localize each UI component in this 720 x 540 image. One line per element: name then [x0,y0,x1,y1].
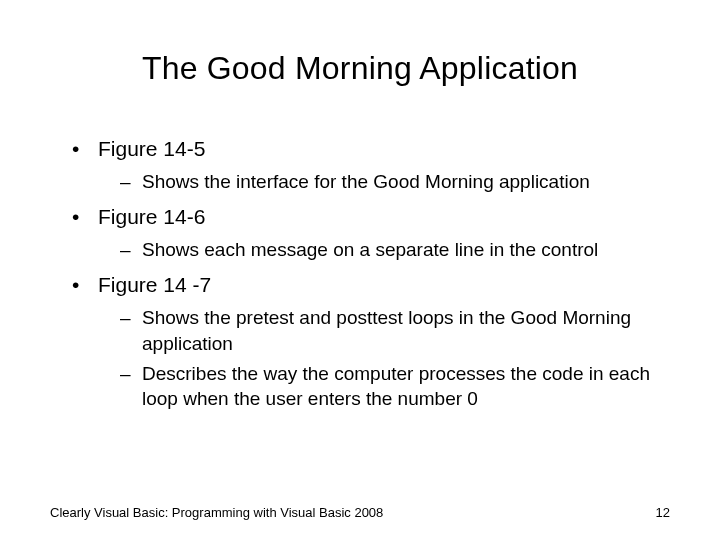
bullet-text: Figure 14-6 [98,205,205,228]
sub-bullet-list: Shows each message on a separate line in… [98,237,670,263]
sub-bullet-list: Shows the pretest and posttest loops in … [98,305,670,412]
bullet-text: Figure 14 -7 [98,273,211,296]
page-number: 12 [656,505,670,520]
bullet-list: Figure 14-5 Shows the interface for the … [50,135,670,412]
slide-body: Figure 14-5 Shows the interface for the … [50,135,670,412]
sub-bullet-text: Shows each message on a separate line in… [142,239,598,260]
sub-bullet-text: Describes the way the computer processes… [142,363,650,410]
bullet-text: Figure 14-5 [98,137,205,160]
bullet-item: Figure 14-6 Shows each message on a sepa… [72,203,670,263]
sub-bullet-item: Shows each message on a separate line in… [120,237,670,263]
bullet-item: Figure 14-5 Shows the interface for the … [72,135,670,195]
sub-bullet-item: Shows the pretest and posttest loops in … [120,305,670,356]
sub-bullet-item: Describes the way the computer processes… [120,361,670,412]
slide-footer: Clearly Visual Basic: Programming with V… [50,505,670,520]
slide-title: The Good Morning Application [50,50,670,87]
bullet-item: Figure 14 -7 Shows the pretest and postt… [72,271,670,412]
sub-bullet-item: Shows the interface for the Good Morning… [120,169,670,195]
footer-text: Clearly Visual Basic: Programming with V… [50,505,383,520]
sub-bullet-list: Shows the interface for the Good Morning… [98,169,670,195]
slide: The Good Morning Application Figure 14-5… [0,0,720,540]
sub-bullet-text: Shows the pretest and posttest loops in … [142,307,631,354]
sub-bullet-text: Shows the interface for the Good Morning… [142,171,590,192]
